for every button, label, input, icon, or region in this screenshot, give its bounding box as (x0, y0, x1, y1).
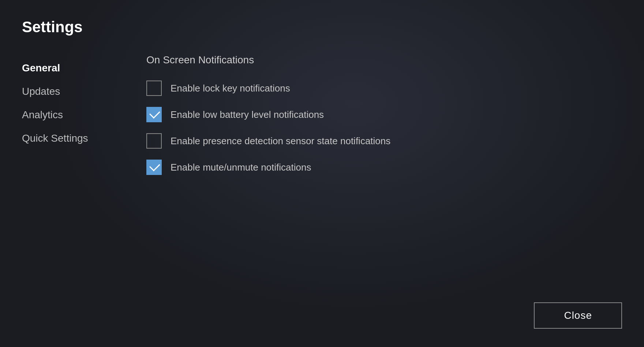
sidebar: GeneralUpdatesAnalyticsQuick Settings (22, 54, 124, 329)
notification-label-presence-detection: Enable presence detection sensor state n… (171, 135, 390, 147)
sidebar-item-updates[interactable]: Updates (22, 81, 124, 102)
checkbox-presence-detection[interactable] (146, 133, 162, 149)
checkbox-lock-key[interactable] (146, 81, 162, 96)
sidebar-item-quick-settings[interactable]: Quick Settings (22, 128, 124, 149)
notification-label-mute-unmute: Enable mute/unmute notifications (171, 162, 311, 173)
notification-label-low-battery: Enable low battery level notifications (171, 109, 324, 120)
settings-container: Settings GeneralUpdatesAnalyticsQuick Se… (0, 0, 644, 347)
notification-item-mute-unmute[interactable]: Enable mute/unmute notifications (146, 160, 622, 175)
section-title: On Screen Notifications (146, 54, 622, 66)
page-title: Settings (22, 18, 622, 36)
notifications-list: Enable lock key notificationsEnable low … (146, 81, 622, 175)
checkbox-mute-unmute[interactable] (146, 160, 162, 175)
notification-item-presence-detection[interactable]: Enable presence detection sensor state n… (146, 133, 622, 149)
sidebar-item-analytics[interactable]: Analytics (22, 105, 124, 125)
close-button[interactable]: Close (534, 302, 622, 329)
notification-item-low-battery[interactable]: Enable low battery level notifications (146, 107, 622, 122)
close-button-container: Close (534, 302, 622, 329)
checkbox-low-battery[interactable] (146, 107, 162, 122)
notification-label-lock-key: Enable lock key notifications (171, 83, 290, 94)
sidebar-item-general[interactable]: General (22, 58, 124, 78)
main-content: On Screen Notifications Enable lock key … (124, 54, 622, 329)
notification-item-lock-key[interactable]: Enable lock key notifications (146, 81, 622, 96)
content-layout: GeneralUpdatesAnalyticsQuick Settings On… (22, 54, 622, 329)
